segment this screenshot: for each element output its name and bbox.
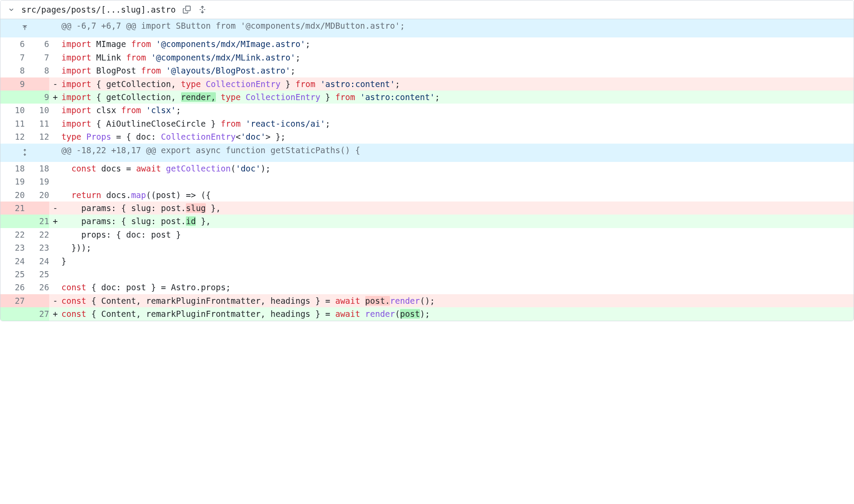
new-line-number[interactable]: 12 bbox=[25, 130, 49, 143]
old-line-number[interactable]: 27 bbox=[0, 294, 25, 307]
code-content[interactable]: params: { slug: post.id }, bbox=[61, 215, 854, 228]
diff-marker bbox=[49, 268, 61, 281]
code-content[interactable]: type Props = { doc: CollectionEntry<'doc… bbox=[61, 130, 854, 143]
new-line-number[interactable]: 8 bbox=[25, 64, 49, 77]
expand-up-icon bbox=[21, 24, 28, 31]
diff-marker bbox=[49, 188, 61, 202]
diff-marker bbox=[49, 64, 61, 77]
code-content[interactable] bbox=[61, 175, 854, 188]
expand-hunk-button[interactable] bbox=[0, 144, 49, 162]
new-line-number[interactable] bbox=[25, 202, 49, 215]
diff-line: 9-import { getCollection, type Collectio… bbox=[0, 77, 854, 91]
diff-marker bbox=[49, 255, 61, 268]
code-content[interactable] bbox=[61, 268, 854, 281]
diff-line: 21+ params: { slug: post.id }, bbox=[0, 215, 854, 228]
diff-marker bbox=[49, 51, 61, 64]
code-content[interactable]: return docs.map((post) => ({ bbox=[61, 188, 854, 202]
new-line-number[interactable]: 18 bbox=[25, 162, 49, 175]
new-line-number[interactable]: 24 bbox=[25, 255, 49, 268]
new-line-number[interactable]: 27 bbox=[25, 307, 49, 320]
diff-marker bbox=[49, 281, 61, 294]
diff-line: 27+const { Content, remarkPluginFrontmat… bbox=[0, 307, 854, 320]
old-line-number[interactable]: 19 bbox=[0, 175, 25, 188]
old-line-number[interactable]: 10 bbox=[0, 104, 25, 117]
code-content[interactable]: const { Content, remarkPluginFrontmatter… bbox=[61, 307, 854, 320]
old-line-number[interactable]: 11 bbox=[0, 117, 25, 130]
diff-line: 1919 bbox=[0, 175, 854, 188]
copy-path-button[interactable] bbox=[182, 5, 192, 14]
diff-table: @@ -6,7 +6,7 @@ import SButton from '@co… bbox=[0, 19, 854, 321]
code-content[interactable]: props: { doc: post } bbox=[61, 228, 854, 241]
diff-marker bbox=[49, 130, 61, 143]
hunk-header: @@ -6,7 +6,7 @@ import SButton from '@co… bbox=[0, 19, 854, 37]
code-content[interactable]: } bbox=[61, 255, 854, 268]
new-line-number[interactable]: 20 bbox=[25, 188, 49, 202]
diff-line: 2323 })); bbox=[0, 241, 854, 254]
new-line-number[interactable] bbox=[25, 294, 49, 307]
old-line-number[interactable]: 21 bbox=[0, 202, 25, 215]
hunk-header-text: @@ -18,22 +18,17 @@ export async functio… bbox=[61, 144, 854, 162]
code-content[interactable]: import clsx from 'clsx'; bbox=[61, 104, 854, 117]
new-line-number[interactable]: 11 bbox=[25, 117, 49, 130]
new-line-number[interactable]: 19 bbox=[25, 175, 49, 188]
old-line-number[interactable]: 24 bbox=[0, 255, 25, 268]
new-line-number[interactable]: 21 bbox=[25, 215, 49, 228]
diff-line: 2424 } bbox=[0, 255, 854, 268]
code-content[interactable]: const { doc: post } = Astro.props; bbox=[61, 281, 854, 294]
diff-line: 2020 return docs.map((post) => ({ bbox=[0, 188, 854, 202]
collapse-toggle[interactable] bbox=[7, 6, 15, 13]
file-header: src/pages/posts/[...slug].astro bbox=[0, 0, 854, 19]
diff-line: 77 import MLink from '@components/mdx/ML… bbox=[0, 51, 854, 64]
file-path[interactable]: src/pages/posts/[...slug].astro bbox=[21, 5, 176, 14]
old-line-number[interactable]: 6 bbox=[0, 37, 25, 50]
new-line-number[interactable]: 6 bbox=[25, 37, 49, 50]
old-line-number[interactable]: 8 bbox=[0, 64, 25, 77]
old-line-number[interactable]: 25 bbox=[0, 268, 25, 281]
diff-marker: - bbox=[49, 202, 61, 215]
diff-line: 27-const { Content, remarkPluginFrontmat… bbox=[0, 294, 854, 307]
code-content[interactable]: import BlogPost from '@layouts/BlogPost.… bbox=[61, 64, 854, 77]
code-content[interactable]: import { getCollection, type CollectionE… bbox=[61, 77, 854, 91]
expand-all-button[interactable] bbox=[198, 5, 207, 14]
code-content[interactable]: })); bbox=[61, 241, 854, 254]
old-line-number[interactable]: 20 bbox=[0, 188, 25, 202]
diff-line: 2525 bbox=[0, 268, 854, 281]
code-content[interactable]: import { getCollection, render, type Col… bbox=[61, 91, 854, 104]
new-line-number[interactable]: 26 bbox=[25, 281, 49, 294]
code-content[interactable]: const { Content, remarkPluginFrontmatter… bbox=[61, 294, 854, 307]
expand-hunk-button[interactable] bbox=[0, 19, 49, 37]
new-line-number[interactable] bbox=[25, 77, 49, 91]
chevron-down-icon bbox=[7, 6, 15, 13]
diff-line: 21- params: { slug: post.slug }, bbox=[0, 202, 854, 215]
code-content[interactable]: import MImage from '@components/mdx/MIma… bbox=[61, 37, 854, 50]
copy-icon bbox=[183, 6, 191, 13]
new-line-number[interactable]: 7 bbox=[25, 51, 49, 64]
code-content[interactable]: params: { slug: post.slug }, bbox=[61, 202, 854, 215]
new-line-number[interactable]: 10 bbox=[25, 104, 49, 117]
old-line-number[interactable] bbox=[0, 215, 25, 228]
old-line-number[interactable]: 18 bbox=[0, 162, 25, 175]
diff-marker bbox=[49, 104, 61, 117]
code-content[interactable]: const docs = await getCollection('doc'); bbox=[61, 162, 854, 175]
diff-marker bbox=[49, 144, 61, 162]
diff-line: 1818 const docs = await getCollection('d… bbox=[0, 162, 854, 175]
old-line-number[interactable]: 23 bbox=[0, 241, 25, 254]
old-line-number[interactable]: 26 bbox=[0, 281, 25, 294]
code-content[interactable]: import MLink from '@components/mdx/MLink… bbox=[61, 51, 854, 64]
diff-marker bbox=[49, 117, 61, 130]
old-line-number[interactable]: 9 bbox=[0, 77, 25, 91]
diff-marker bbox=[49, 162, 61, 175]
new-line-number[interactable]: 25 bbox=[25, 268, 49, 281]
new-line-number[interactable]: 9 bbox=[25, 91, 49, 104]
new-line-number[interactable]: 23 bbox=[25, 241, 49, 254]
old-line-number[interactable] bbox=[0, 91, 25, 104]
new-line-number[interactable]: 22 bbox=[25, 228, 49, 241]
old-line-number[interactable]: 22 bbox=[0, 228, 25, 241]
diff-line: 88 import BlogPost from '@layouts/BlogPo… bbox=[0, 64, 854, 77]
code-content[interactable]: import { AiOutlineCloseCircle } from 're… bbox=[61, 117, 854, 130]
unfold-icon bbox=[198, 6, 206, 13]
diff-line: 2222 props: { doc: post } bbox=[0, 228, 854, 241]
old-line-number[interactable] bbox=[0, 307, 25, 320]
old-line-number[interactable]: 12 bbox=[0, 130, 25, 143]
old-line-number[interactable]: 7 bbox=[0, 51, 25, 64]
